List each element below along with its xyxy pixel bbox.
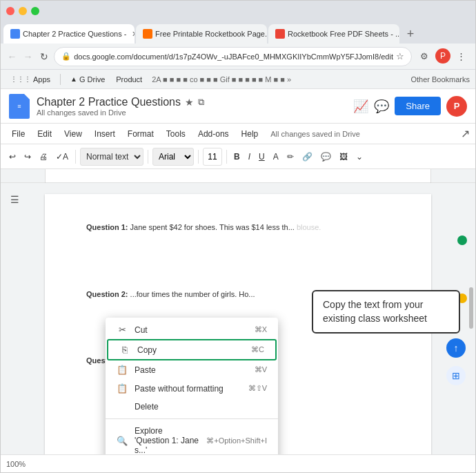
font-size-input[interactable] (203, 148, 222, 166)
ctx-paste-no-format-shortcut: ⌘⇧V (248, 384, 267, 393)
comment-toolbar-button[interactable]: 💬 (318, 148, 334, 166)
minimize-window-button[interactable] (19, 7, 27, 15)
title-bar (1, 1, 475, 21)
chat-icon[interactable]: 💬 (374, 99, 389, 114)
tab-rocketbook1-label: Free Printable Rocketbook Page... (155, 30, 267, 38)
highlight-button[interactable]: ✏ (284, 148, 297, 166)
redo-button[interactable]: ↪ (21, 148, 34, 166)
doc-title: Chapter 2 Practice Questions ★ ⧉ (37, 96, 346, 108)
doc-title-area: Chapter 2 Practice Questions ★ ⧉ All cha… (37, 96, 346, 117)
tab-rocketbook1[interactable]: Free Printable Rocketbook Page... ✕ (136, 24, 267, 44)
tab-rocketbook2[interactable]: Rocketbook Free PDF Sheets - ... ✕ (268, 24, 399, 44)
close-window-button[interactable] (6, 7, 14, 15)
menu-addons[interactable]: Add-ons (192, 126, 235, 142)
star-favorite-icon[interactable]: ★ (185, 97, 194, 108)
back-button[interactable]: ← (6, 47, 18, 66)
address-bar[interactable]: 🔒 docs.google.com/document/d/1s7pZ4OWv_-… (54, 47, 412, 66)
paste-no-format-icon: 📋 (117, 383, 128, 394)
toolbar-sep-1 (75, 150, 76, 164)
text-color-button[interactable]: A (270, 148, 281, 166)
menu-file[interactable]: File (6, 126, 30, 142)
bookmark-product[interactable]: Product (112, 74, 146, 85)
profile-icon[interactable]: P (435, 48, 450, 64)
explore-icon: 🔍 (117, 436, 128, 446)
question-1-text: Jane spent $42 for shoes. This was $14 l… (130, 223, 295, 231)
ctx-cut-shortcut: ⌘X (255, 325, 267, 334)
menu-insert[interactable]: Insert (89, 126, 121, 142)
doc-autosave: All changes saved in Drive (37, 108, 346, 117)
callout-text: Copy the text from your existing class w… (323, 299, 427, 324)
ctx-paste[interactable]: 📋 Paste ⌘V (106, 360, 278, 379)
doc-icon: ≡ (9, 94, 30, 119)
image-button[interactable]: 🖼 (337, 148, 350, 166)
ctx-copy[interactable]: ⎘ Copy ⌘C (107, 339, 277, 360)
toolbar-sep-2 (148, 150, 148, 164)
toolbar-sep-3 (198, 150, 199, 164)
rocketbook1-favicon (143, 29, 152, 39)
reload-button[interactable]: ↻ (38, 47, 50, 66)
star-icon[interactable]: ☆ (396, 51, 404, 61)
scrollbar[interactable] (468, 224, 474, 434)
font-select[interactable]: Arial (152, 148, 194, 166)
nav-bar: ← → ↻ 🔒 docs.google.com/document/d/1s7pZ… (1, 44, 475, 70)
share-button[interactable]: Share (395, 97, 441, 115)
question-1-area: Question 1: Jane spent $42 for shoes. Th… (86, 222, 390, 233)
zoom-up-button[interactable]: ↑ (446, 338, 466, 358)
tab-rocketbook2-label: Rocketbook Free PDF Sheets - ... (288, 30, 399, 38)
menu-view[interactable]: View (59, 126, 88, 142)
ctx-copy-label: Copy (137, 345, 244, 355)
ctx-paste-shortcut: ⌘V (255, 365, 267, 374)
other-bookmarks[interactable]: Other Bookmarks (410, 75, 470, 84)
menu-tools[interactable]: Tools (161, 126, 191, 142)
spellcheck-button[interactable]: ✓A (53, 148, 71, 166)
doc-popup-icon[interactable]: ⧉ (198, 97, 204, 108)
ctx-paste-no-format[interactable]: 📋 Paste without formatting ⌘⇧V (106, 379, 278, 398)
apps-icon: ⋮⋮⋮ (10, 75, 31, 83)
tab-close-docs[interactable]: ✕ (132, 30, 135, 39)
menu-help[interactable]: Help (236, 126, 264, 142)
bookmark-separator-1 (60, 74, 61, 85)
link-button[interactable]: 🔗 (299, 148, 315, 166)
ruler (1, 169, 475, 183)
menu-edit[interactable]: Edit (32, 126, 57, 142)
header-right-icons: ↗ (461, 127, 470, 140)
underline-button[interactable]: U (256, 148, 268, 166)
bookmark-apps[interactable]: ⋮⋮⋮ Apps (6, 74, 54, 85)
lock-icon: 🔒 (61, 52, 71, 61)
zoom-down-button[interactable]: ⊞ (446, 366, 466, 385)
bookmarks-more-text: 2A ■ ■ ■ ■ co ■ ■ ■ Gif ■ ■ ■ ■ ■ M ■ ■ … (152, 75, 291, 84)
bookmark-gdrive[interactable]: ▲ G Drive (66, 74, 109, 85)
copy-icon: ⎘ (119, 345, 130, 355)
menu-icon[interactable]: ⋮ (453, 48, 470, 65)
bold-button[interactable]: B (231, 148, 243, 166)
trending-icon[interactable]: ↗ (461, 127, 470, 140)
ctx-explore-label: Explore 'Question 1: Jane s...' (135, 426, 199, 454)
ctx-delete-label: Delete (135, 402, 260, 412)
doc-content: ☰ Question 1: Jane spent $42 for shoes. … (1, 183, 475, 454)
ctx-explore[interactable]: 🔍 Explore 'Question 1: Jane s...' ⌘+Opti… (106, 422, 278, 454)
user-avatar[interactable]: P (446, 96, 467, 117)
nav-actions: ⚙ P ⋮ (416, 48, 470, 65)
maximize-window-button[interactable] (31, 7, 39, 15)
tab-bar: Chapter 2 Practice Questions - ✕ Free Pr… (1, 21, 475, 44)
menu-format[interactable]: Format (122, 126, 159, 142)
ctx-delete[interactable]: Delete (106, 398, 278, 416)
undo-button[interactable]: ↩ (6, 148, 19, 166)
ctx-cut[interactable]: ✂ Cut ⌘X (106, 320, 278, 339)
doc-title-text: Chapter 2 Practice Questions (37, 96, 181, 108)
more-button[interactable]: ⌄ (353, 148, 366, 166)
sidebar-toggle-icon[interactable]: ☰ (10, 194, 19, 205)
extensions-icon[interactable]: ⚙ (416, 48, 433, 65)
style-select[interactable]: Normal text (80, 148, 143, 166)
menu-bar: File Edit View Insert Format Tools Add-o… (1, 124, 475, 144)
ruler-marks (45, 169, 431, 183)
other-bookmarks-label: Other Bookmarks (410, 75, 470, 84)
new-tab-button[interactable]: + (401, 24, 420, 44)
ruler-inner (45, 169, 431, 182)
print-button[interactable]: 🖨 (37, 148, 50, 166)
forward-button[interactable]: → (22, 47, 34, 66)
chart-icon[interactable]: 📈 (353, 99, 368, 114)
scrollbar-thumb[interactable] (469, 287, 473, 329)
italic-button[interactable]: I (246, 148, 253, 166)
tab-docs[interactable]: Chapter 2 Practice Questions - ✕ (3, 24, 135, 44)
